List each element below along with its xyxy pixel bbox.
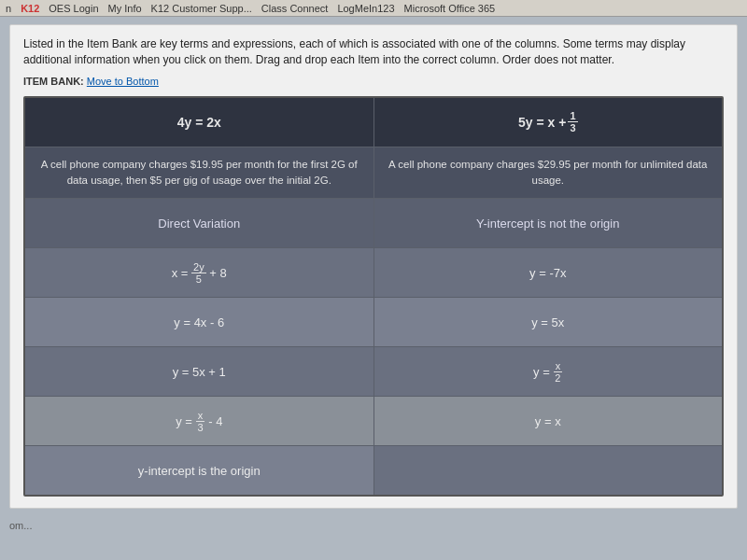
item-bank-heading: ITEM BANK: <box>23 76 84 87</box>
left-description-cell[interactable]: A cell phone company charges $19.95 per … <box>25 147 374 199</box>
right-description-cell[interactable]: A cell phone company charges $29.95 per … <box>374 147 723 199</box>
equation-y-4x-6-cell[interactable]: y = 4x - 6 <box>25 298 374 346</box>
drag-drop-grid: 4y = 2x 5y = x + 13 A cell phone company… <box>23 96 724 497</box>
header-row: 4y = 2x 5y = x + 13 <box>25 98 722 147</box>
equation-y-x-cell[interactable]: y = x <box>374 397 723 445</box>
y-intercept-not-origin-cell[interactable]: Y-intercept is not the origin <box>374 199 723 247</box>
move-to-bottom-link[interactable]: Move to Bottom <box>87 76 159 87</box>
equation-x-2y5-8-cell[interactable]: x = 2y5 + 8 <box>25 248 374 297</box>
top-nav-bar: n K12 OES Login My Info K12 Customer Sup… <box>0 0 747 17</box>
nav-item-my-info[interactable]: My Info <box>108 3 142 14</box>
equation-y-xover3-4-cell[interactable]: y = x3 - 4 <box>25 397 374 445</box>
equation-y-5x1-cell[interactable]: y = 5x + 1 <box>25 347 374 396</box>
nav-item-logmein[interactable]: LogMeIn123 <box>337 3 394 14</box>
row-6: y = 5x + 1 y = x2 <box>25 347 722 397</box>
row-3: Direct Variation Y-intercept is not the … <box>25 199 722 248</box>
y-intercept-origin-cell[interactable]: y-intercept is the origin <box>25 446 374 495</box>
main-content-area: Listed in the Item Bank are key terms an… <box>9 24 738 509</box>
nav-item-oes-login[interactable]: OES Login <box>49 3 98 14</box>
direct-variation-cell[interactable]: Direct Variation <box>25 199 374 247</box>
instructions-text: Listed in the Item Bank are key terms an… <box>23 36 724 68</box>
row-8: y-intercept is the origin <box>25 446 722 495</box>
nav-item-class-connect[interactable]: Class Connect <box>261 3 329 14</box>
status-text: om... <box>9 520 32 531</box>
nav-item-k12-supp[interactable]: K12 Customer Supp... <box>151 3 252 14</box>
equation-y-5x-cell[interactable]: y = 5x <box>374 298 723 346</box>
row-5: y = 4x - 6 y = 5x <box>25 298 722 347</box>
row-7: y = x3 - 4 y = x <box>25 397 722 446</box>
empty-right-cell <box>374 446 723 495</box>
nav-item-n[interactable]: n <box>6 3 11 14</box>
equation-y-xover2-cell[interactable]: y = x2 <box>374 347 723 396</box>
description-row: A cell phone company charges $19.95 per … <box>25 147 722 200</box>
equation-y-neg7x-cell[interactable]: y = -7x <box>374 248 723 297</box>
left-column-header[interactable]: 4y = 2x <box>25 98 374 147</box>
status-bar: om... <box>0 516 747 535</box>
nav-item-k12[interactable]: K12 <box>21 3 39 14</box>
right-column-header[interactable]: 5y = x + 13 <box>374 98 723 147</box>
row-4: x = 2y5 + 8 y = -7x <box>25 248 722 298</box>
item-bank-label: ITEM BANK: Move to Bottom <box>23 76 724 87</box>
nav-item-office[interactable]: Microsoft Office 365 <box>404 3 496 14</box>
